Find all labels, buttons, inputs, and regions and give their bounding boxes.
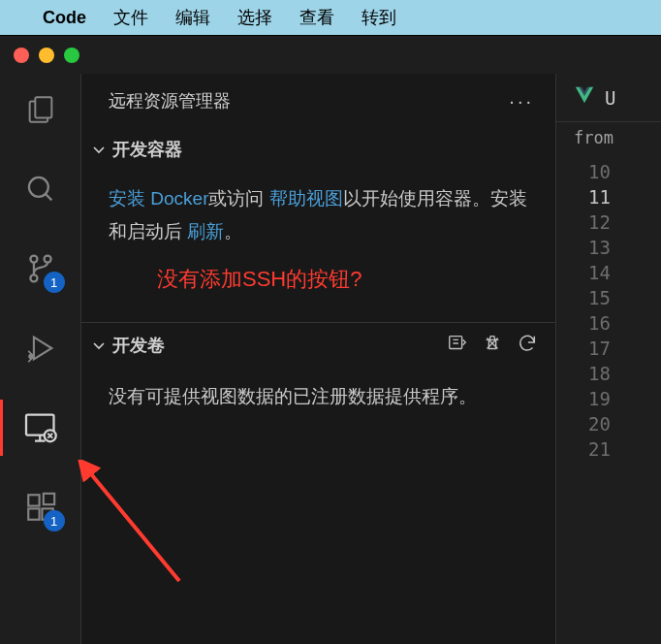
body-text-1: 或访问 [208, 188, 268, 209]
section-dev-containers-body: 安装 Docker或访问 帮助视图以开始使用容器。安装和启动后 刷新。 没有添加… [81, 173, 555, 322]
clear-icon[interactable] [482, 333, 503, 359]
window-maximize-button[interactable] [64, 48, 79, 63]
user-annotation-text: 没有添加SSH的按钮? [109, 248, 528, 299]
tab-label: U [605, 87, 615, 109]
editor-content[interactable]: 101112131415161718192021 [556, 153, 661, 467]
editor-line[interactable]: 14 [556, 260, 661, 285]
breadcrumb-text: from [574, 128, 614, 147]
editor-breadcrumb[interactable]: from [556, 122, 661, 153]
activity-extensions[interactable]: 1 [22, 489, 59, 526]
window-close-button[interactable] [14, 48, 29, 63]
refresh-link[interactable]: 刷新 [187, 221, 224, 242]
extensions-badge: 1 [44, 510, 65, 531]
editor-line[interactable]: 13 [556, 235, 661, 260]
editor-line[interactable]: 20 [556, 411, 661, 436]
install-docker-link[interactable]: 安装 Docker [109, 188, 208, 209]
help-view-link[interactable]: 帮助视图 [269, 188, 343, 209]
menubar-selection[interactable]: 选择 [237, 6, 272, 29]
activity-remote-explorer[interactable] [22, 409, 59, 446]
line-number: 13 [556, 237, 624, 258]
menubar-go[interactable]: 转到 [362, 6, 396, 29]
line-number: 16 [556, 312, 624, 334]
sidebar-header: 远程资源管理器 ··· [81, 74, 555, 128]
editor-line[interactable]: 18 [556, 361, 661, 386]
section-actions [447, 333, 538, 359]
window-titlebar [0, 35, 661, 74]
svg-point-2 [44, 256, 50, 263]
editor-line[interactable]: 15 [556, 285, 661, 310]
line-number: 18 [556, 363, 624, 384]
chevron-down-icon [91, 142, 107, 157]
activity-search[interactable] [22, 171, 59, 208]
chevron-down-icon [91, 338, 107, 353]
activity-explorer[interactable] [22, 91, 59, 128]
sidebar-title: 远程资源管理器 [109, 89, 231, 113]
svg-rect-8 [28, 495, 39, 505]
line-number: 20 [556, 413, 624, 435]
line-number: 11 [556, 186, 624, 208]
activity-bar: 1 1 [0, 74, 81, 644]
line-number: 12 [556, 211, 624, 233]
editor-tab[interactable]: U [556, 74, 661, 122]
svg-point-1 [28, 177, 47, 197]
editor-line[interactable]: 11 [556, 184, 661, 209]
editor-area: U from 101112131415161718192021 [556, 74, 661, 644]
section-dev-containers-header[interactable]: 开发容器 [81, 128, 555, 173]
editor-line[interactable]: 21 [556, 436, 661, 462]
editor-line[interactable]: 19 [556, 386, 661, 411]
activity-source-control[interactable]: 1 [22, 250, 59, 287]
window-minimize-button[interactable] [39, 48, 54, 63]
main-area: 1 1 远程资源管理器 ··· 开发容器 安装 Docker或访问 帮助视图以开… [0, 74, 661, 644]
section-dev-volumes-header[interactable]: 开发卷 [81, 323, 555, 370]
line-number: 14 [556, 262, 624, 283]
menubar-view[interactable]: 查看 [299, 6, 334, 29]
line-number: 17 [556, 338, 624, 359]
line-number: 10 [556, 161, 624, 182]
menubar-edit[interactable]: 编辑 [175, 6, 210, 29]
svg-rect-9 [28, 508, 39, 519]
vue-file-icon [574, 84, 595, 111]
macos-menubar: Code 文件 编辑 选择 查看 转到 [0, 0, 661, 35]
line-number: 21 [556, 438, 624, 460]
clone-repo-icon[interactable] [447, 333, 468, 359]
editor-line[interactable]: 17 [556, 336, 661, 361]
editor-line[interactable]: 10 [556, 159, 661, 184]
editor-line[interactable]: 12 [556, 209, 661, 235]
line-number: 19 [556, 388, 624, 409]
section-dev-volumes-title: 开发卷 [112, 334, 165, 357]
activity-run-debug[interactable] [22, 330, 59, 367]
sidebar-panel: 远程资源管理器 ··· 开发容器 安装 Docker或访问 帮助视图以开始使用容… [81, 74, 556, 644]
svg-rect-0 [35, 97, 51, 117]
refresh-icon[interactable] [517, 333, 538, 359]
menubar-app-name[interactable]: Code [43, 8, 86, 28]
section-dev-containers-title: 开发容器 [112, 138, 182, 161]
section-dev-volumes-body: 没有可提供视图数据的已注册数据提供程序。 [81, 370, 555, 436]
svg-rect-12 [450, 337, 462, 349]
svg-rect-11 [43, 494, 53, 504]
dev-volumes-empty-text: 没有可提供视图数据的已注册数据提供程序。 [109, 386, 477, 406]
sidebar-more-button[interactable]: ··· [509, 90, 534, 113]
editor-line[interactable]: 16 [556, 310, 661, 336]
body-text-3: 。 [224, 221, 242, 242]
svg-point-4 [30, 274, 37, 281]
scm-badge: 1 [44, 272, 65, 293]
line-number: 15 [556, 287, 624, 308]
menubar-file[interactable]: 文件 [113, 6, 148, 29]
svg-point-3 [30, 256, 37, 263]
